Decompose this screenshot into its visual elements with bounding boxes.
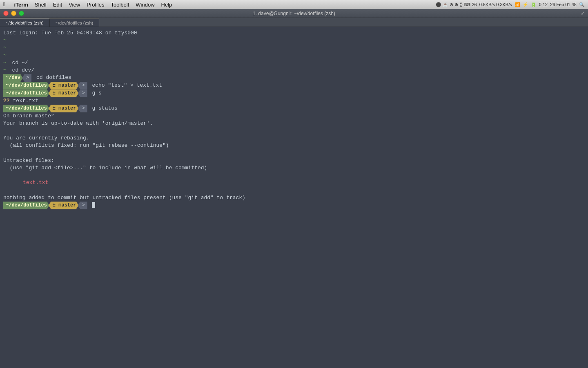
terminal-line: ~ <box>3 44 585 52</box>
search-icon[interactable]: 🔍 <box>579 2 585 7</box>
terminal-line: ~ cd ~/ <box>3 59 585 67</box>
output-line: Untracked files: <box>3 157 585 164</box>
terminal-line: ~/dev > cd dotfiles <box>3 74 585 82</box>
tab-1[interactable]: ~/dev/dotfiles (zsh) <box>0 18 50 27</box>
network-speed: 0.8KB/s 0.3KB/s <box>479 2 512 7</box>
minimize-button[interactable] <box>11 11 16 16</box>
blank-line <box>3 186 585 194</box>
fullscreen-icon[interactable]: ⤢ <box>581 10 585 16</box>
wifi-icon: 📶 <box>514 2 520 7</box>
apple-icon:  <box>3 1 7 8</box>
menu-window[interactable]: Window <box>132 0 158 9</box>
terminal-prompt-active: ~/dev/dotfiles ± master > <box>3 202 585 209</box>
output-line: Your branch is up-to-date with 'origin/m… <box>3 120 585 127</box>
menubar:  iTerm Shell Edit View Profiles Toolbel… <box>0 0 588 9</box>
menu-edit[interactable]: Edit <box>50 0 65 9</box>
menubar-right: ⚫ ☕ ⊗ ⊕ ⟨⟩ ⌨ 26 0.8KB/s 0.3KB/s 📶 ⚡ 🔋 0:… <box>436 2 585 7</box>
terminal-content[interactable]: Last login: Tue Feb 25 04:09:48 on ttys0… <box>0 27 588 368</box>
time-display: 0:12 <box>539 2 548 7</box>
terminal-line: ~/dev/dotfiles ± master > g s <box>3 90 585 97</box>
login-line: Last login: Tue Feb 25 04:09:48 on ttys0… <box>3 29 585 37</box>
terminal-line: ?? text.txt <box>3 97 585 105</box>
menu-profiles[interactable]: Profiles <box>83 0 107 9</box>
menu-iterm[interactable]: iTerm <box>11 0 31 9</box>
terminal-line: ~ <box>3 52 585 59</box>
output-line: You are currently rebasing. <box>3 135 585 142</box>
terminal-window: 1. dave@Gungnir: ~/dev/dotfiles (zsh) ⤢ … <box>0 9 588 368</box>
blank-line <box>3 149 585 157</box>
terminal-cursor <box>92 202 95 208</box>
battery-icon: 🔋 <box>531 2 537 7</box>
blank-line <box>3 172 585 179</box>
terminal-line: ~ <box>3 37 585 44</box>
output-line: (all conflicts fixed: run "git rebase --… <box>3 142 585 149</box>
date-display: 26 Feb 01:48 <box>550 2 577 7</box>
bluetooth-icon: ⚡ <box>523 2 528 7</box>
terminal-line: ~/dev/dotfiles ± master > g status <box>3 105 585 112</box>
tab-bar: ~/dev/dotfiles (zsh) ~/dev/dotfiles (zsh… <box>0 18 588 27</box>
menu-status-icons: ⚫ ☕ ⊗ ⊕ ⟨⟩ ⌨ 26 <box>436 2 477 7</box>
menu-help[interactable]: Help <box>158 0 176 9</box>
menu-shell[interactable]: Shell <box>31 0 50 9</box>
maximize-button[interactable] <box>19 11 24 16</box>
terminal-line: ~/dev/dotfiles ± master > echo "test" > … <box>3 82 585 90</box>
terminal-line: ~ cd dev/ <box>3 67 585 74</box>
window-controls <box>3 11 24 16</box>
output-line: (use "git add <file>..." to include in w… <box>3 164 585 172</box>
output-line: nothing added to commit but untracked fi… <box>3 194 585 202</box>
close-button[interactable] <box>3 11 9 16</box>
tab-2[interactable]: ~/dev/dotfiles (zsh) <box>50 18 100 27</box>
menu-toolbelt[interactable]: Toolbelt <box>107 0 132 9</box>
blank-line <box>3 127 585 135</box>
output-line: On branch master <box>3 112 585 120</box>
menu-view[interactable]: View <box>65 0 83 9</box>
window-title: 1. dave@Gungnir: ~/dev/dotfiles (zsh) <box>253 11 335 16</box>
output-line: text.txt <box>3 179 585 186</box>
titlebar: 1. dave@Gungnir: ~/dev/dotfiles (zsh) ⤢ <box>0 9 588 18</box>
